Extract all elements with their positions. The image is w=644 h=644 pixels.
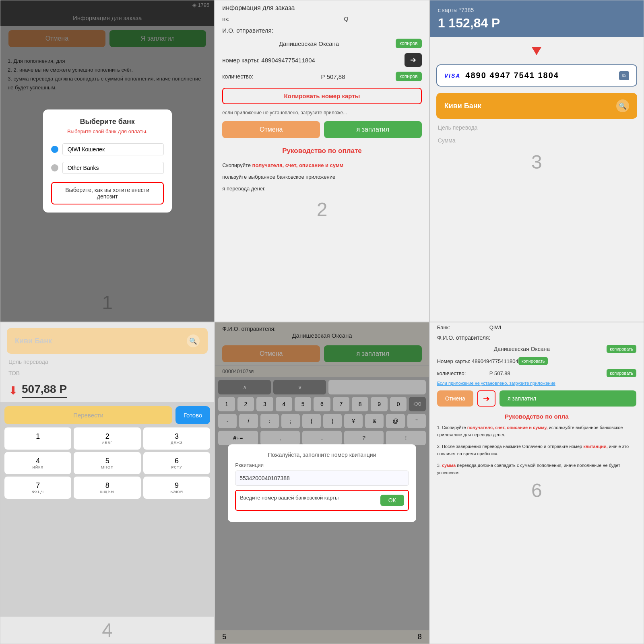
panel6-card-row: Номер карты: 4890494775411804 копировать xyxy=(430,355,644,367)
key-3[interactable]: 3ДЕЖЗ xyxy=(143,427,210,450)
panel2-guide-text1: Скопируйте получателя, счет, описание и … xyxy=(215,160,429,171)
panel3-transfer-purpose: Цель перевода xyxy=(430,121,644,134)
panel3-sum-label: Сумма xyxy=(430,134,644,147)
key-5[interactable]: 5МНОП xyxy=(74,452,140,474)
panel3-card-amount: 1 152,84 Р xyxy=(438,16,636,31)
panel6-bank-row: Банк: QIWI xyxy=(430,322,644,332)
visa-label: VISA xyxy=(444,72,461,79)
panel4-amount: 507,88 Р xyxy=(22,383,67,398)
panel6-card-label: Номер карты: 4890494775411804 xyxy=(437,358,518,364)
panel2-card-row: номер карты: 4890494775411804 ➔ xyxy=(215,51,429,69)
panel3-bank-name: Киви Банк xyxy=(444,102,481,110)
panel2-title: информация для заказа xyxy=(215,0,429,13)
copy-card-text: Копировать номер карты xyxy=(284,93,360,99)
key-9[interactable]: 9ЬЭЮЯ xyxy=(143,477,210,499)
dialog-field-label: Рквитанции xyxy=(235,462,409,468)
panel6-amount-label: количество: xyxy=(437,370,489,376)
panel4-amount-display: ⬇ 507,88 Р xyxy=(0,379,214,402)
panel6-amount-row: количество: Р 507.88 копировать xyxy=(430,367,644,379)
svg-marker-0 xyxy=(532,47,541,55)
panel6-paid-btn[interactable]: я заплатил xyxy=(500,390,636,407)
panel4-transfer-purpose: Цель перевода xyxy=(0,356,214,367)
panel6-guide-title: Руководство по опла xyxy=(430,410,644,423)
panel6-num: 6 xyxy=(430,478,644,503)
panel2-paid-btn[interactable]: я заплатил xyxy=(324,121,422,138)
panel6-sender-label: Ф.И.О. отправителя: xyxy=(437,334,491,341)
panel2-sender-label: И.О. отправителя: xyxy=(222,27,273,34)
panel2-btn-row: Отмена я заплатил xyxy=(215,117,429,142)
radio-label-qiwi: QIWI Кошелек xyxy=(62,143,164,155)
modal-box-1: Выберите банк Выберите свой банк для опл… xyxy=(43,109,172,213)
dialog-hint-text: Введите номер вашей банковской карты xyxy=(240,495,339,501)
panel6-copy-btn-2[interactable]: копировать xyxy=(518,357,548,365)
panel2-sender-value: Данишевская Оксана xyxy=(222,40,395,47)
key-1[interactable]: 1 xyxy=(4,427,71,450)
transfer-btn[interactable]: Перевести xyxy=(4,406,172,424)
panel4-search-icon: 🔍 xyxy=(187,334,200,347)
copy-card-box: Копировать номер карты xyxy=(222,88,421,104)
panel6-guide2: 2. После завершения перевода нажмите Опл… xyxy=(430,442,644,458)
panel2-amount-row: количество: Р 507,88 копиров xyxy=(215,69,429,84)
key-7[interactable]: 7ФХЦЧ xyxy=(4,477,71,499)
arrow-down-icon xyxy=(528,41,545,57)
panel4-bank-name: Киви Банк xyxy=(15,337,52,345)
radio-dot-qiwi xyxy=(51,146,58,153)
panel2-amount-value: Р 507,88 xyxy=(270,73,395,80)
dialog-title-5: Пожалуйста, заполните номер квитанции xyxy=(235,452,409,458)
keyboard-top-row: Перевести Готово xyxy=(4,406,210,424)
panel2-guide-title: Руководство по оплате xyxy=(215,142,429,160)
red-arrow-right-icon: ➔ xyxy=(483,394,490,403)
radio-option-qiwi[interactable]: QIWI Кошелек xyxy=(51,140,164,159)
panel4-bank-btn[interactable]: Киви Банк 🔍 xyxy=(7,328,208,354)
modal-overlay-1: Выберите банк Выберите свой банк для опл… xyxy=(0,0,214,322)
card-number-box: VISA 4890 4947 7541 1804 ⧉ xyxy=(436,64,637,87)
card-copy-icon-btn[interactable]: ⧉ xyxy=(619,71,629,80)
panel6-cancel-btn[interactable]: Отмена xyxy=(437,390,473,407)
panel6-guide3: 3. сумма перевода должна совпадать с сум… xyxy=(430,461,644,477)
panel6-btn-row: Отмена ➔ я заплатил xyxy=(430,387,644,410)
panel-1: ◈ 1795 Информация для заказа Отмена Я за… xyxy=(0,0,215,322)
panel3-bank-btn[interactable]: Киви Банк 🔍 xyxy=(436,93,637,119)
dialog-ok-btn[interactable]: ОК xyxy=(380,495,404,506)
modal-title-1: Выберите банк xyxy=(51,118,164,126)
panel2-cancel-btn[interactable]: Отмена xyxy=(222,121,320,138)
panel6-copy-btn-1[interactable]: копировать xyxy=(607,345,636,353)
radio-option-other[interactable]: Other Banks xyxy=(51,159,164,177)
key-8[interactable]: 8ШЩЪЫ xyxy=(74,477,140,499)
panel2-amount-label: количество: xyxy=(222,73,270,80)
modal-subtitle-1: Выберите свой банк для оплаты. xyxy=(51,128,164,134)
panel6-note[interactable]: Если приложение не установлено, загрузит… xyxy=(430,379,644,387)
panel6-bank-label: Банк: xyxy=(437,324,489,330)
panel6-copy-btn-3[interactable]: копировать xyxy=(607,369,636,377)
panel2-sender-label-row: И.О. отправителя: xyxy=(215,25,429,36)
dialog-overlay-5: Пожалуйста, заполните номер квитанции Рк… xyxy=(215,322,429,644)
panel2-guide-text3: я перевода денег. xyxy=(215,183,429,195)
panel6-sender-value: Данишевская Оксана xyxy=(437,346,607,352)
keyboard-area: Перевести Готово 1 2АБВГ 3ДЕЖЗ 4ИЙКЛ 5МН… xyxy=(0,402,214,617)
panel-6: Банк: QIWI Ф.И.О. отправителя: Данишевск… xyxy=(429,322,644,644)
panel3-card-label: с карты *7385 xyxy=(438,7,636,13)
panel2-arrow-btn[interactable]: ➔ xyxy=(405,53,422,67)
panel6-paid-label: я заплатил xyxy=(508,395,536,402)
modal-red-text: Выберите, как вы хотите внести депозит xyxy=(65,187,149,200)
panel2-copy-btn-2[interactable]: копиров xyxy=(396,72,422,81)
panel4-tob-label: ТОВ xyxy=(0,367,214,379)
dialog-input[interactable] xyxy=(235,471,409,486)
keyboard-grid: 1 2АБВГ 3ДЕЖЗ 4ИЙКЛ 5МНОП 6РСТУ 7ФХЦЧ 8Ш… xyxy=(4,427,210,499)
panel2-note: если приложение не установлено, загрузит… xyxy=(215,108,429,117)
ready-btn[interactable]: Готово xyxy=(175,406,210,424)
panel2-guide-text2: пользуйте выбранное банковское приложени… xyxy=(215,171,429,183)
panel3-num: 3 xyxy=(430,147,644,177)
panel2-copy-btn-1[interactable]: копиров xyxy=(396,39,422,48)
key-6[interactable]: 6РСТУ xyxy=(143,452,210,474)
key-2[interactable]: 2АБВГ xyxy=(74,427,140,450)
arrow-down-area xyxy=(430,37,644,63)
red-arrow-icon: ⬇ xyxy=(8,384,18,397)
panel6-sender-label-row: Ф.И.О. отправителя: xyxy=(430,332,644,343)
panel3-card-header: с карты *7385 1 152,84 Р xyxy=(430,0,644,37)
radio-dot-other xyxy=(51,164,58,171)
key-4[interactable]: 4ИЙКЛ xyxy=(4,452,71,474)
panel2-nk-label: нк: xyxy=(222,16,270,22)
red-box-arrow: ➔ xyxy=(477,390,495,407)
modal-red-box-1: Выберите, как вы хотите внести депозит xyxy=(51,182,164,204)
